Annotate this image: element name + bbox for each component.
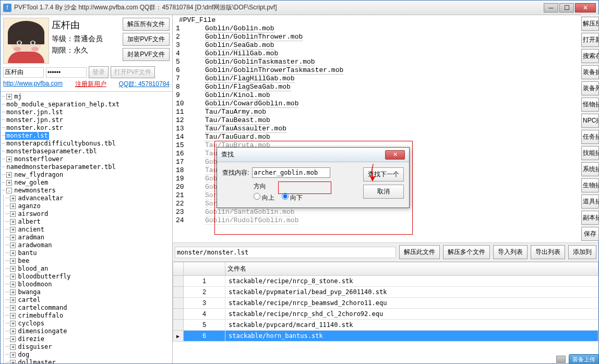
tree-node[interactable]: ┊┈+albert — [2, 218, 171, 226]
tree-node[interactable]: ┈+mj — [2, 93, 171, 101]
maximize-button[interactable]: ☐ — [559, 3, 574, 13]
expand-icon[interactable]: + — [10, 289, 16, 295]
tree-node[interactable]: ┊┈+direzie — [2, 335, 171, 343]
expand-icon[interactable]: + — [10, 250, 16, 256]
login-user-input[interactable] — [3, 67, 44, 78]
table-row[interactable]: 5stackable/pvpcard/mcard_11140.stk — [173, 320, 598, 331]
editor[interactable]: #PVF_File1Goblin/Goblin.mob2Goblin/Gobli… — [173, 15, 598, 243]
tree-node[interactable]: ┊┈+bee — [2, 257, 171, 265]
tree-node[interactable]: ┊┈+crimebuffalo — [2, 312, 171, 320]
side-button[interactable]: 技能描 — [581, 146, 599, 160]
side-button[interactable]: 任务描 — [581, 130, 599, 144]
side-button[interactable]: 解压所 — [581, 17, 599, 31]
qq-link[interactable]: QQ群: 457810784 — [119, 80, 170, 89]
side-button[interactable]: NPC描 — [581, 114, 599, 128]
close-button[interactable]: ✕ — [575, 3, 596, 13]
side-button[interactable]: 搜索在 — [581, 49, 599, 63]
find-input[interactable] — [252, 167, 330, 178]
tree-node[interactable]: ┊┈+cartel — [2, 296, 171, 304]
find-cancel-button[interactable]: 取消 — [363, 185, 404, 199]
find-next-button[interactable]: 查找下一个 — [363, 167, 404, 181]
add-to-button[interactable]: 添加到 — [568, 245, 596, 259]
expand-icon[interactable]: + — [6, 180, 12, 186]
tree-node[interactable]: ┈+monsterflower — [2, 155, 171, 163]
side-button[interactable]: 系统描 — [581, 162, 599, 176]
tree-node[interactable]: ┊┈+airsword — [2, 210, 171, 218]
table-row[interactable]: 3stackable/recipe/nrcp_beamswd_2choro11.… — [173, 298, 598, 309]
tree-node[interactable]: ┈ namedmonsterbaseparameter.tbl — [2, 163, 171, 171]
file-tree[interactable]: ┈+mj ┈ mob_module_separation_help.txt ┈ … — [1, 91, 172, 363]
dir-down-radio[interactable]: 向下 — [282, 194, 303, 201]
open-pvf-button[interactable]: 打开PVF文件 — [111, 66, 155, 78]
expand-icon[interactable]: + — [6, 172, 12, 178]
tree-node[interactable]: ┊┈+bloodbutterfly — [2, 273, 171, 281]
expand-icon[interactable]: + — [10, 219, 16, 225]
tree-node[interactable]: ┊┈+aganzo — [2, 202, 171, 210]
tree-node[interactable]: ┊┈+cartelcommand — [2, 304, 171, 312]
side-button[interactable]: 副本描 — [581, 211, 599, 225]
find-close-button[interactable]: ✕ — [385, 150, 405, 160]
tree-node[interactable]: ┈ monsterapcdifficultybonus.tbl — [2, 140, 171, 148]
tree-node[interactable]: ┊┈+advancealtar — [2, 195, 171, 202]
tree-node[interactable]: ┊┈+cyclops — [2, 320, 171, 327]
tree-node[interactable]: ┊┈+aradwoman — [2, 241, 171, 249]
tree-node[interactable]: ┊┈+dollmaster — [2, 359, 171, 363]
tree-node[interactable]: ┊┈+dimensiongate — [2, 327, 171, 335]
table-row[interactable]: 2stackable/pvpmaterial/bead_pvp_2601140.… — [173, 287, 598, 298]
table-row[interactable]: 4stackable/recipe/nrcp_shd_cl_2choro92.e… — [173, 309, 598, 320]
subwindow-label[interactable]: 装备上传 — [569, 354, 599, 365]
expand-icon[interactable]: + — [10, 211, 16, 217]
minimize-button[interactable]: ─ — [544, 3, 558, 13]
expand-icon[interactable]: + — [10, 344, 16, 350]
expand-icon[interactable]: + — [10, 242, 16, 248]
expand-icon[interactable]: + — [10, 235, 16, 240]
tree-node[interactable]: ┊┈+bloodmoon — [2, 281, 171, 288]
table-row[interactable]: ▶6stackable/horn_bantus.stk — [173, 331, 598, 342]
import-list-button[interactable]: 导入列表 — [493, 245, 528, 259]
expand-icon[interactable]: + — [10, 227, 16, 233]
expand-icon[interactable]: + — [10, 282, 16, 287]
expand-icon[interactable]: + — [10, 352, 16, 358]
expand-icon[interactable]: + — [10, 266, 16, 272]
col-index[interactable] — [184, 262, 225, 276]
expand-icon[interactable]: + — [10, 360, 16, 363]
tree-node[interactable]: ┊┈+blood_an — [2, 265, 171, 273]
expand-icon[interactable]: + — [10, 196, 16, 201]
expand-icon[interactable]: + — [10, 305, 16, 311]
collapse-icon[interactable]: - — [6, 188, 12, 193]
side-button[interactable]: 保存 — [581, 227, 599, 241]
export-list-button[interactable]: 导出列表 — [531, 245, 565, 259]
login-button[interactable]: 登录 — [89, 66, 109, 78]
side-button[interactable]: 生物描 — [581, 178, 599, 192]
tree-node[interactable]: ┈ monster.jpn.lst — [2, 108, 171, 116]
side-button[interactable]: 装备扩 — [581, 65, 599, 79]
login-pass-input[interactable] — [46, 67, 87, 78]
homepage-link[interactable]: http://www.pvfba.com — [3, 80, 63, 89]
expand-icon[interactable]: + — [10, 258, 16, 264]
expand-icon[interactable]: + — [10, 336, 16, 342]
tree-node[interactable]: ┈ monster.kor.str — [2, 124, 171, 132]
register-link[interactable]: 注册新用户 — [75, 80, 106, 89]
pack-pvf-button[interactable]: 封装PVF文件 — [123, 48, 170, 61]
tree-node[interactable]: ┊┈+dog — [2, 351, 171, 359]
extract-all-button[interactable]: 解压所有文件 — [123, 18, 170, 31]
tree-node[interactable]: ┊┈+aradman — [2, 234, 171, 241]
tree-node[interactable]: ┊┈+ancient — [2, 226, 171, 234]
tree-node[interactable]: ┊┈+bantu — [2, 249, 171, 257]
table-row[interactable]: 1stackable/recipe/nrcp_8_stone.stk — [173, 276, 598, 287]
tree-node[interactable]: ┊┈+bwanga — [2, 288, 171, 296]
side-button[interactable]: 打开新 — [581, 33, 599, 47]
tree-node[interactable]: ┈+new_flydragon — [2, 171, 171, 179]
subwindow-icon[interactable] — [556, 356, 566, 363]
tree-node[interactable]: ┈+new_golem — [2, 179, 171, 187]
tree-node[interactable]: ┈ mob_module_separation_help.txt — [2, 101, 171, 108]
tree-node[interactable]: ┊┈+disguiser — [2, 343, 171, 351]
tree-node[interactable]: ┈-newmonsters — [2, 187, 171, 195]
expand-icon[interactable]: + — [10, 321, 16, 326]
expand-icon[interactable]: + — [10, 203, 16, 209]
expand-icon[interactable]: + — [10, 329, 16, 334]
tree-node[interactable]: ┈ monster.jpn.str — [2, 116, 171, 124]
path-input[interactable] — [175, 247, 396, 258]
side-button[interactable]: 怪物描 — [581, 98, 599, 112]
expand-icon[interactable]: + — [6, 156, 12, 162]
